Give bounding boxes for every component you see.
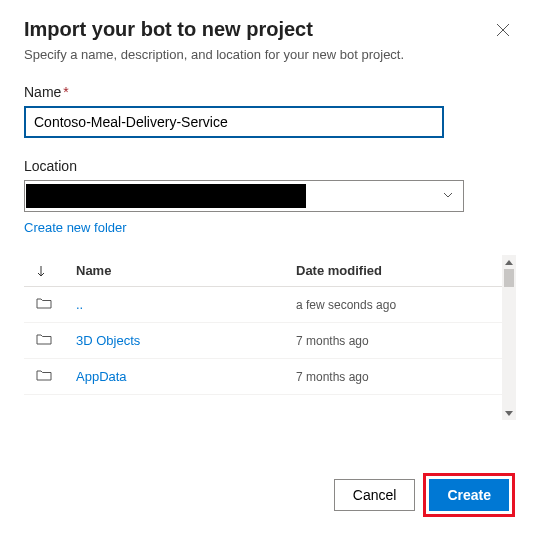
row-date: a few seconds ago	[296, 298, 504, 312]
create-button-highlight: Create	[423, 473, 515, 517]
folder-name-link[interactable]: AppData	[56, 369, 296, 384]
dialog-footer: Cancel Create	[334, 473, 515, 517]
location-label: Location	[24, 158, 515, 174]
scroll-down-icon[interactable]	[502, 406, 516, 420]
required-asterisk: *	[63, 84, 68, 100]
location-dropdown[interactable]	[24, 180, 464, 212]
scroll-up-icon[interactable]	[502, 255, 516, 269]
close-button[interactable]	[491, 18, 515, 42]
column-header-name[interactable]: Name	[56, 263, 296, 278]
table-header: Name Date modified	[24, 255, 516, 287]
cancel-button[interactable]: Cancel	[334, 479, 416, 511]
folder-name-link[interactable]: 3D Objects	[56, 333, 296, 348]
folder-icon	[36, 333, 56, 348]
table-row[interactable]: AppData 7 months ago	[24, 359, 516, 395]
create-new-folder-link[interactable]: Create new folder	[24, 220, 127, 235]
table-row[interactable]: 3D Objects 7 months ago	[24, 323, 516, 359]
scroll-thumb[interactable]	[504, 269, 514, 287]
name-label: Name*	[24, 84, 515, 100]
name-input[interactable]	[24, 106, 444, 138]
dialog-subtitle: Specify a name, description, and locatio…	[24, 47, 515, 62]
folder-name-link[interactable]: ..	[56, 297, 296, 312]
dialog-title: Import your bot to new project	[24, 18, 313, 41]
sort-icon[interactable]	[36, 263, 56, 278]
column-header-date[interactable]: Date modified	[296, 263, 504, 278]
file-table: Name Date modified .. a few seconds ago …	[24, 255, 516, 420]
row-date: 7 months ago	[296, 334, 504, 348]
table-row[interactable]: .. a few seconds ago	[24, 287, 516, 323]
close-icon	[496, 23, 510, 37]
row-date: 7 months ago	[296, 370, 504, 384]
create-button[interactable]: Create	[429, 479, 509, 511]
scrollbar[interactable]	[502, 255, 516, 420]
folder-icon	[36, 369, 56, 384]
folder-icon	[36, 297, 56, 312]
